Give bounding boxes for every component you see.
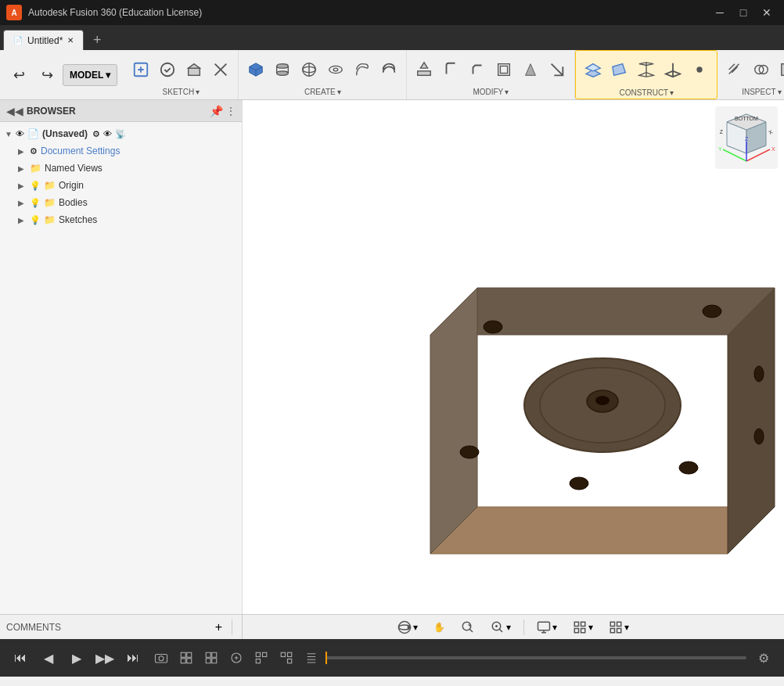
redo-button[interactable]: ↪ — [34, 63, 59, 88]
repeat-button[interactable] — [200, 647, 222, 669]
toolbar-group-modify: MODIFY ▾ — [407, 50, 575, 99]
display-settings-tool[interactable]: ▾ — [534, 619, 560, 636]
prev-button[interactable]: ◀ — [38, 647, 59, 669]
tree-root-broadcast[interactable]: 📡 — [115, 129, 126, 139]
tree: ▼ 👁 📄 (Unsaved) ⚙ 👁 📡 ▶ ⚙ Document Setti… — [0, 122, 242, 614]
modify-group-label[interactable]: MODIFY ▾ — [473, 88, 509, 98]
orbit-tool[interactable]: ▾ — [394, 619, 421, 636]
tree-bodies-folder: 📁 — [44, 197, 56, 208]
skip-end-button[interactable]: ⏭ — [122, 647, 144, 669]
create-torus-button[interactable] — [323, 57, 348, 82]
press-pull-button[interactable] — [412, 57, 437, 82]
axis-line-button[interactable] — [660, 57, 685, 82]
zoom-box-tool[interactable] — [458, 619, 478, 636]
app-icon: A — [6, 5, 22, 20]
svg-point-4 — [277, 64, 289, 69]
toolbar-group-construct: CONSTRUCT ▾ — [575, 50, 717, 99]
pan-tool[interactable]: ✋ — [430, 620, 448, 634]
tree-item-origin[interactable]: ▶ 💡 📁 Origin — [0, 177, 242, 194]
timeline-settings4[interactable] — [300, 647, 322, 669]
timeline-track[interactable] — [325, 656, 746, 659]
sketch-stop-button[interactable] — [208, 57, 233, 82]
svg-point-9 — [334, 68, 339, 71]
maximize-button[interactable]: □ — [732, 2, 754, 23]
playbar: ⏮ ◀ ▶ ▶▶ ⏭ ⚙ — [0, 639, 784, 677]
inspect-icons-row — [722, 52, 784, 88]
capture-button[interactable] — [150, 647, 172, 669]
new-tab-button[interactable]: + — [87, 30, 107, 50]
skip-start-button[interactable]: ⏮ — [9, 647, 31, 669]
svg-rect-82 — [181, 652, 185, 657]
tree-item-named-views[interactable]: ▶ 📁 Named Views — [0, 160, 242, 177]
svg-rect-2 — [189, 68, 200, 75]
scale-button[interactable] — [545, 57, 570, 82]
svg-marker-14 — [526, 64, 536, 76]
create-cylinder-button[interactable] — [270, 57, 295, 82]
browser-options-button[interactable]: ⋮ — [226, 106, 236, 117]
stitch-button[interactable] — [175, 647, 197, 669]
grid-tool[interactable]: ▾ — [570, 619, 596, 636]
tree-sketches-folder: 📁 — [44, 214, 56, 225]
measure-button[interactable] — [722, 57, 747, 82]
create-coil-button[interactable] — [350, 57, 375, 82]
inspect-label-text: INSPECT — [742, 88, 775, 96]
tree-root-eye2[interactable]: 👁 — [103, 129, 112, 138]
tab-untitled[interactable]: 📄 Untitled* ✕ — [3, 30, 84, 50]
tree-root-gear[interactable]: ⚙ — [92, 129, 100, 139]
construct-icons-row — [581, 51, 712, 88]
create-box-button[interactable] — [243, 57, 268, 82]
close-button[interactable]: ✕ — [756, 2, 778, 23]
view-cube[interactable]: BOTTOM X Z X Y Z — [715, 106, 778, 169]
add-comment-button[interactable]: + — [215, 620, 222, 634]
create-sphere-button[interactable] — [297, 57, 322, 82]
plane-at-angle-button[interactable] — [607, 57, 632, 82]
interference-button[interactable] — [749, 57, 774, 82]
play-button[interactable]: ▶ — [66, 647, 88, 669]
model-mode-button[interactable]: MODEL ▾ — [63, 64, 117, 86]
timeline-settings3[interactable] — [275, 647, 297, 669]
construct-group-label[interactable]: CONSTRUCT ▾ — [619, 88, 674, 99]
zoom-fit-tool[interactable]: ▾ — [487, 619, 514, 636]
point-button[interactable] — [687, 57, 712, 82]
sketch-group-label[interactable]: SKETCH ▾ — [163, 88, 200, 98]
browser-pin-button[interactable]: 📌 — [210, 105, 223, 117]
tab-close-icon[interactable]: ✕ — [67, 36, 74, 45]
playbar-settings-button[interactable]: ⚙ — [753, 647, 775, 669]
midplane-button[interactable] — [634, 57, 659, 82]
svg-text:Y: Y — [718, 146, 722, 152]
create-group-label[interactable]: CREATE ▾ — [304, 88, 341, 98]
svg-point-50 — [703, 305, 721, 318]
section-button[interactable] — [775, 57, 784, 82]
inspect-group-label[interactable]: INSPECT ▾ — [742, 88, 781, 98]
sketch-create-button[interactable] — [128, 57, 153, 82]
canvas-area[interactable]: BOTTOM X Z X Y Z — [243, 100, 784, 614]
view-settings-tool[interactable]: ▾ — [606, 619, 632, 636]
toolbar-left: ↩ ↪ MODEL ▾ — [0, 50, 124, 99]
fillet-button[interactable] — [438, 57, 463, 82]
tree-named-views-folder: 📁 — [30, 163, 41, 174]
timeline-cursor — [325, 652, 327, 664]
extrude-button[interactable] — [182, 57, 207, 82]
construct-label-text: CONSTRUCT — [619, 88, 668, 97]
tree-item-doc-settings[interactable]: ▶ ⚙ Document Settings — [0, 142, 242, 160]
timeline-settings1[interactable] — [225, 647, 247, 669]
draft-button[interactable] — [518, 57, 543, 82]
shell-button[interactable] — [491, 57, 516, 82]
browser-toggle[interactable]: ◀◀ — [6, 105, 23, 117]
svg-point-8 — [329, 66, 343, 73]
minimize-button[interactable]: ─ — [709, 2, 731, 23]
sketch-chevron: ▾ — [196, 88, 200, 96]
offset-plane-button[interactable] — [581, 57, 606, 82]
create-pipe-button[interactable] — [376, 57, 401, 82]
finish-sketch-button[interactable] — [155, 57, 180, 82]
tree-root-item[interactable]: ▼ 👁 📄 (Unsaved) ⚙ 👁 📡 — [0, 125, 242, 142]
model-mode-label: MODEL — [70, 70, 103, 81]
tree-item-sketches[interactable]: ▶ 💡 📁 Sketches — [0, 211, 242, 228]
tree-bodies-bulb: 💡 — [30, 198, 41, 208]
toolbar-group-inspect: INSPECT ▾ — [717, 50, 784, 99]
next-button[interactable]: ▶▶ — [94, 647, 116, 669]
timeline-settings2[interactable] — [250, 647, 272, 669]
undo-button[interactable]: ↩ — [6, 63, 31, 88]
chamfer-button[interactable] — [465, 57, 490, 82]
tree-item-bodies[interactable]: ▶ 💡 📁 Bodies — [0, 194, 242, 211]
